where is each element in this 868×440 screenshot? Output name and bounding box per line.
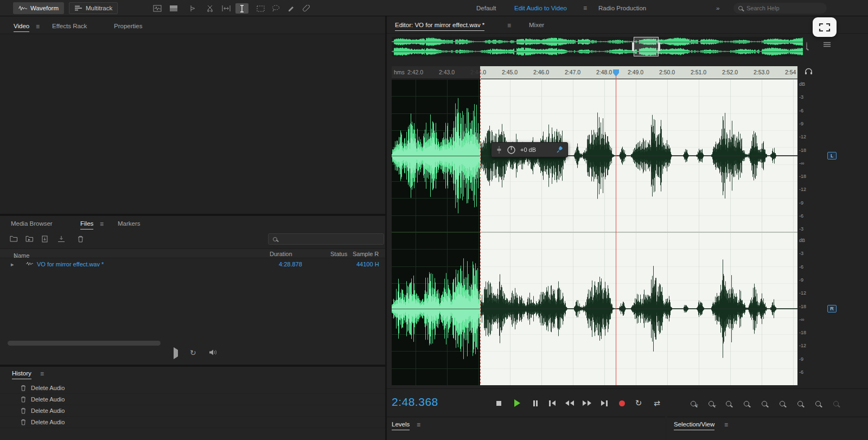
zoom-out-button[interactable]: − <box>704 399 718 409</box>
multitrack-view-button[interactable]: Multitrack <box>69 2 118 14</box>
db-label: -12 <box>799 290 816 296</box>
playhead-line[interactable] <box>616 69 616 385</box>
time-selection-tool-icon[interactable] <box>187 3 200 14</box>
screen-capture-button[interactable] <box>813 17 837 37</box>
waveform-display-icon[interactable] <box>151 3 164 14</box>
tab-media-browser[interactable]: Media Browser <box>11 220 53 227</box>
lasso-tool-icon[interactable] <box>269 3 282 14</box>
files-panel-menu-icon[interactable]: ≡ <box>100 220 104 228</box>
ibeam-tool-icon[interactable] <box>235 3 248 14</box>
play-button[interactable] <box>509 398 525 409</box>
zoom-out-time-button[interactable] <box>739 399 754 409</box>
tab-video[interactable]: Video <box>14 23 29 32</box>
db-label: -∞ <box>799 161 816 166</box>
waveform-view-button[interactable]: Waveform <box>13 2 64 14</box>
open-folder-icon[interactable] <box>10 235 18 242</box>
disclosure-icon[interactable]: ▸ <box>11 261 14 268</box>
files-horizontal-scrollbar[interactable] <box>8 341 161 346</box>
selection-start-edge[interactable] <box>480 69 481 385</box>
delete-file-icon[interactable] <box>78 235 84 243</box>
workspace-menu-icon[interactable]: ≡ <box>583 4 587 12</box>
gain-hud[interactable]: +0 dB <box>491 142 568 157</box>
import-file-icon[interactable] <box>42 235 49 243</box>
help-search-box[interactable] <box>733 3 827 14</box>
pause-button[interactable] <box>528 398 543 409</box>
zoom-in-amplitude-button[interactable] <box>757 399 771 409</box>
tab-editor[interactable]: Editor: VO for mirror effect.wav * <box>395 22 484 31</box>
go-to-start-button[interactable] <box>545 398 560 409</box>
media-folder-icon[interactable] <box>25 235 34 242</box>
levels-title[interactable]: Levels <box>392 421 410 430</box>
history-item[interactable]: Delete Audio <box>0 382 385 394</box>
skip-selection-button[interactable]: ⇄ <box>649 398 665 409</box>
overview-zoom-disabled-icon[interactable] <box>806 42 807 49</box>
video-panel-menu-icon[interactable]: ≡ <box>36 23 40 30</box>
zoom-to-in-point-button[interactable] <box>793 399 807 409</box>
files-column-headers[interactable]: Name ↓ Duration Status Sample R <box>0 248 385 258</box>
spot-heal-tool-icon[interactable] <box>299 3 312 14</box>
selection-view-title[interactable]: Selection/View <box>674 421 714 430</box>
preview-play-icon[interactable] <box>174 350 178 356</box>
rewind-button[interactable] <box>562 398 577 409</box>
record-button[interactable] <box>614 398 629 409</box>
marquee-tool-icon[interactable] <box>254 3 267 14</box>
tab-properties[interactable]: Properties <box>114 23 142 29</box>
multitrack-icon <box>74 5 82 11</box>
history-panel-menu-icon[interactable]: ≡ <box>40 370 44 378</box>
search-input[interactable] <box>746 5 814 11</box>
workspace-radio-production[interactable]: Radio Production <box>598 5 646 11</box>
column-sample-rate[interactable]: Sample R <box>353 251 379 257</box>
zoom-to-selection-button[interactable] <box>829 399 843 409</box>
waveform-display[interactable] <box>392 79 797 385</box>
column-status[interactable]: Status <box>330 251 347 257</box>
history-title[interactable]: History <box>12 370 31 379</box>
history-item[interactable]: Delete Audio <box>0 417 385 428</box>
spectral-display-icon[interactable] <box>167 3 180 14</box>
workspace-overflow-chevron[interactable]: » <box>716 5 719 11</box>
column-duration[interactable]: Duration <box>270 251 292 257</box>
go-to-end-button[interactable] <box>597 398 612 409</box>
history-item[interactable]: Delete Audio <box>0 405 385 417</box>
workspace-edit-audio-to-video[interactable]: Edit Audio to Video <box>514 5 567 11</box>
file-name[interactable]: VO for mirror effect.wav * <box>37 261 104 267</box>
db-label: -9 <box>799 200 816 206</box>
tab-files[interactable]: Files <box>80 220 93 229</box>
history-list: Delete AudioDelete AudioDelete AudioDele… <box>0 382 385 428</box>
editor-panel-menu-icon[interactable]: ≡ <box>507 22 511 29</box>
overview-waveform[interactable] <box>392 37 803 56</box>
zoom-out-amplitude-button[interactable] <box>775 399 789 409</box>
loop-playback-icon[interactable]: ↻ <box>190 348 196 357</box>
timeline-ruler[interactable]: hms 2:42.02:43.02:44.02:45.02:46.02:47.0… <box>392 66 797 79</box>
editor-panel: Editor: VO for mirror effect.wav * ≡ Mix… <box>387 16 868 440</box>
slip-tool-icon[interactable] <box>220 3 233 14</box>
razor-tool-icon[interactable] <box>203 3 216 14</box>
speaker-icon[interactable] <box>209 349 218 356</box>
fast-forward-button[interactable] <box>579 398 595 409</box>
channel-left-badge[interactable]: L <box>827 152 837 160</box>
loop-playback-button[interactable]: ↻ <box>631 398 646 409</box>
tab-markers[interactable]: Markers <box>118 220 141 227</box>
file-row[interactable]: ▸ VO for mirror effect.wav * 4:28.878 44… <box>0 259 385 270</box>
selection-view-menu-icon[interactable]: ≡ <box>724 421 728 429</box>
monitor-headphones-icon[interactable] <box>805 67 813 75</box>
import-tray-icon[interactable] <box>58 235 65 243</box>
time-display[interactable]: 2:48.368 <box>392 396 438 409</box>
history-item[interactable]: Delete Audio <box>0 394 385 405</box>
db-label: -3 <box>799 251 816 256</box>
zoom-in-time-button[interactable] <box>722 399 736 409</box>
gain-knob-icon[interactable] <box>507 145 516 155</box>
files-search-box[interactable] <box>268 233 384 245</box>
history-panel: History ≡ Delete AudioDelete AudioDelete… <box>0 367 385 440</box>
ruler-tick: 2:46.0 <box>533 69 549 75</box>
workspace-default[interactable]: Default <box>476 5 496 11</box>
tab-effects-rack[interactable]: Effects Rack <box>52 23 87 29</box>
pin-icon[interactable] <box>556 146 563 154</box>
stop-button[interactable] <box>491 398 506 409</box>
tab-mixer[interactable]: Mixer <box>529 22 544 28</box>
paintbrush-tool-icon[interactable] <box>284 3 297 14</box>
overview-display-menu-icon[interactable] <box>823 41 831 48</box>
zoom-to-out-point-button[interactable] <box>811 399 825 409</box>
zoom-in-button[interactable]: + <box>686 399 700 409</box>
levels-panel-menu-icon[interactable]: ≡ <box>417 421 420 429</box>
channel-right-badge[interactable]: R <box>827 305 837 313</box>
